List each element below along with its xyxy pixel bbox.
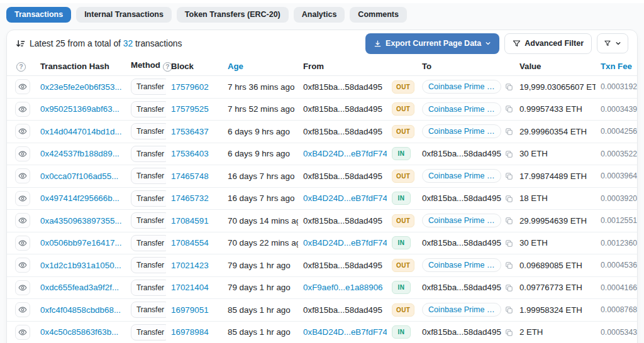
header-age[interactable]: Age [223,57,298,76]
tx-hash-link[interactable]: 0x424537fb188d89... [40,149,119,158]
to-address[interactable]: 0xf815ba...58dad495 [422,327,501,337]
method-badge[interactable]: Transfer [131,146,166,162]
to-address[interactable]: Coinbase Prime CD53 [422,303,501,317]
eye-button[interactable] [15,146,30,161]
filter-dropdown-button[interactable] [597,33,628,53]
from-address[interactable]: 0xB4D24D...eB7fdF74 [303,238,387,248]
copy-icon[interactable] [505,239,513,248]
advanced-filter-button[interactable]: Advanced Filter [504,33,592,54]
block-link[interactable]: 17021404 [171,283,209,292]
eye-button[interactable] [15,236,30,251]
tx-hash-link[interactable]: 0xfc4f04858cbdb68... [40,305,121,315]
from-address[interactable]: 0xf815ba...58dad495 [303,261,382,270]
tx-hash-link[interactable]: 0x950251369abf63... [40,104,119,114]
copy-icon[interactable] [505,261,513,270]
tx-hash-link[interactable]: 0x14d0447014bd1d... [40,127,122,136]
copy-icon[interactable] [505,105,513,113]
tx-hash-link[interactable]: 0x23e5fe2e0b6f353... [40,82,122,92]
method-badge[interactable]: Transfer [131,79,166,95]
method-badge[interactable]: Transfer [131,101,166,117]
block-link[interactable]: 16978984 [171,327,209,337]
header-txn-fee[interactable]: Txn Fee [596,57,637,76]
copy-icon[interactable] [386,173,387,181]
tx-hash-link[interactable]: 0x497414f295666b... [40,193,119,203]
block-link[interactable]: 17084554 [171,238,209,248]
tx-hash-link[interactable]: 0x4c50c85863f63b... [40,327,118,337]
method-badge[interactable]: Transfer [131,302,166,318]
tab-transactions[interactable]: Transactions [6,7,71,23]
eye-button[interactable] [15,302,30,317]
block-link[interactable]: 16979051 [171,305,209,315]
eye-button[interactable] [15,325,30,340]
copy-icon[interactable] [505,329,513,337]
block-link[interactable]: 17021423 [171,261,209,270]
copy-icon[interactable] [505,128,513,136]
method-badge[interactable]: Transfer [131,168,166,184]
block-link[interactable]: 17579602 [171,82,209,92]
block-link[interactable]: 17084591 [171,216,209,226]
eye-button[interactable] [15,280,30,295]
block-link[interactable]: 17536437 [171,127,209,136]
to-address[interactable]: 0xf815ba...58dad495 [422,238,501,248]
from-address[interactable]: 0xB4D24D...eB7fdF74 [303,193,387,203]
to-address[interactable]: 0xf815ba...58dad495 [422,149,501,158]
copy-icon[interactable] [386,106,387,114]
eye-button[interactable] [15,168,30,183]
copy-icon[interactable] [386,262,387,270]
export-button[interactable]: Export Current Page Data [365,33,499,54]
eye-button[interactable] [15,191,30,206]
copy-icon[interactable] [505,150,513,158]
from-address[interactable]: 0xf815ba...58dad495 [303,305,382,315]
block-link[interactable]: 17465748 [171,172,209,181]
copy-icon[interactable] [386,307,387,315]
tab-internal-transactions[interactable]: Internal Transactions [76,7,172,23]
tab-token-transfers[interactable]: Token Transfers (ERC-20) [177,7,289,23]
method-badge[interactable]: Transfer [131,235,166,251]
to-address[interactable]: 0xf815ba...58dad495 [422,283,501,292]
method-badge[interactable]: Transfer [131,212,166,229]
block-link[interactable]: 17536403 [171,149,209,158]
eye-button[interactable] [15,124,30,139]
tx-hash-link[interactable]: 0x1d2c1b931a1050... [40,261,121,270]
eye-button[interactable] [15,102,30,117]
to-address[interactable]: Coinbase Prime CD53 [422,102,501,116]
method-badge[interactable]: Transfer [131,190,166,207]
from-address[interactable]: 0xf815ba...58dad495 [303,172,382,181]
tx-hash-link[interactable]: 0x0cca07f106ad55... [40,172,118,181]
tab-analytics[interactable]: Analytics [294,7,345,23]
from-address[interactable]: 0xf815ba...58dad495 [303,82,382,92]
eye-button[interactable] [15,79,30,94]
tx-hash-link[interactable]: 0xa4350963897355... [40,216,122,226]
method-badge[interactable]: Transfer [131,257,166,273]
from-address[interactable]: 0xf815ba...58dad495 [303,127,382,136]
to-address[interactable]: 0xf815ba...58dad495 [422,193,501,203]
to-address[interactable]: Coinbase Prime CD53 [422,80,501,94]
question-circle-icon[interactable]: ? [16,62,26,72]
copy-icon[interactable] [386,217,387,226]
tx-hash-link[interactable]: 0xdc655fead3a9f2f... [40,283,119,292]
method-badge[interactable]: Transfer [131,324,166,340]
to-address[interactable]: Coinbase Prime CD53 [422,214,501,227]
tab-comments[interactable]: Comments [350,7,407,23]
copy-icon[interactable] [386,128,387,136]
eye-button[interactable] [15,213,30,228]
copy-icon[interactable] [505,172,513,180]
to-address[interactable]: Coinbase Prime ceB6 [422,258,501,272]
copy-icon[interactable] [505,217,513,225]
method-badge[interactable]: Transfer [131,123,166,139]
copy-icon[interactable] [505,195,513,203]
from-address[interactable]: 0xf815ba...58dad495 [303,216,382,226]
from-address[interactable]: 0xf815ba...58dad495 [303,104,382,114]
from-address[interactable]: 0xF9aef0...e1a88906 [303,283,383,292]
from-address[interactable]: 0xB4D24D...eB7fdF74 [303,327,387,337]
block-link[interactable]: 17465732 [171,193,209,203]
block-link[interactable]: 17579525 [171,104,209,114]
from-address[interactable]: 0xB4D24D...eB7fdF74 [303,149,387,158]
method-badge[interactable]: Transfer [131,280,166,296]
to-address[interactable]: Coinbase Prime CD53 [422,124,501,138]
to-address[interactable]: Coinbase Prime CD53 [422,169,501,183]
eye-button[interactable] [15,258,30,273]
copy-icon[interactable] [505,306,513,314]
tx-hash-link[interactable]: 0x0506bb97e16417... [40,238,122,248]
copy-icon[interactable] [386,84,387,92]
